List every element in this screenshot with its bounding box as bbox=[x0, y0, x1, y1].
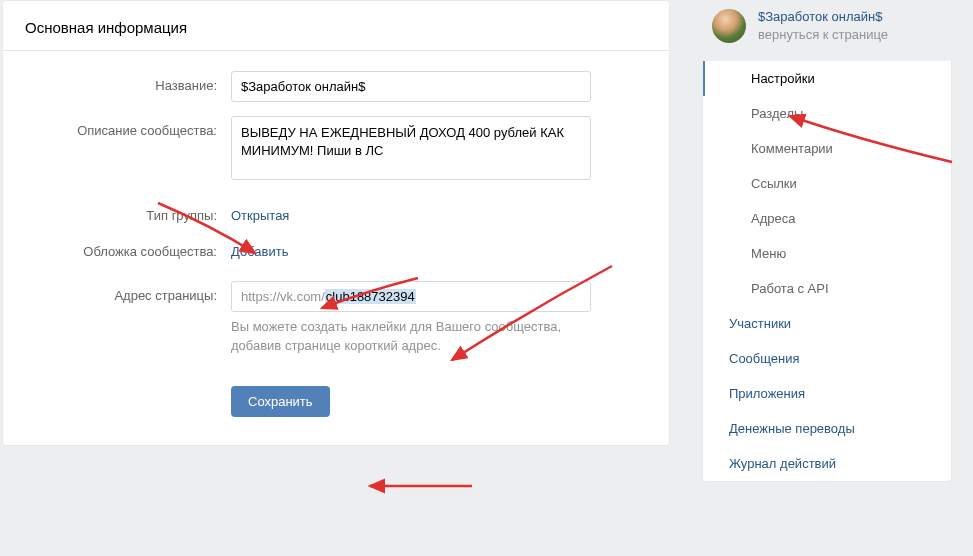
nav-item-8[interactable]: Сообщения bbox=[703, 341, 951, 376]
nav-item-11[interactable]: Журнал действий bbox=[703, 446, 951, 481]
address-value: club188732394 bbox=[325, 289, 416, 304]
nav-item-9[interactable]: Приложения bbox=[703, 376, 951, 411]
profile-block[interactable]: $Заработок онлайн$ вернуться к странице bbox=[702, 0, 952, 61]
settings-nav: НастройкиРазделыКомментарииСсылкиАдресаМ… bbox=[702, 61, 952, 482]
form-area: Название: Описание сообщества: ВЫВЕДУ НА… bbox=[3, 51, 669, 445]
avatar bbox=[712, 9, 746, 43]
annotation-arrow bbox=[360, 474, 480, 498]
address-hint: Вы можете создать наклейки для Вашего со… bbox=[231, 318, 601, 356]
address-prefix: https://vk.com/ bbox=[241, 289, 325, 304]
nav-item-2[interactable]: Комментарии bbox=[703, 131, 951, 166]
name-input[interactable] bbox=[231, 71, 591, 102]
nav-item-1[interactable]: Разделы bbox=[703, 96, 951, 131]
profile-name: $Заработок онлайн$ bbox=[758, 8, 888, 26]
nav-item-10[interactable]: Денежные переводы bbox=[703, 411, 951, 446]
description-textarea[interactable]: ВЫВЕДУ НА ЕЖЕДНЕВНЫЙ ДОХОД 400 рублей КА… bbox=[231, 116, 591, 180]
cover-label: Обложка сообщества: bbox=[25, 237, 231, 259]
save-button[interactable]: Сохранить bbox=[231, 386, 330, 417]
name-label: Название: bbox=[25, 71, 231, 93]
nav-item-7[interactable]: Участники bbox=[703, 306, 951, 341]
profile-back-link[interactable]: вернуться к странице bbox=[758, 26, 888, 44]
group-type-label: Тип группы: bbox=[25, 201, 231, 223]
cover-add-link[interactable]: Добавить bbox=[231, 237, 288, 259]
right-column: $Заработок онлайн$ вернуться к странице … bbox=[702, 0, 952, 482]
nav-item-5[interactable]: Меню bbox=[703, 236, 951, 271]
nav-item-4[interactable]: Адреса bbox=[703, 201, 951, 236]
nav-item-3[interactable]: Ссылки bbox=[703, 166, 951, 201]
address-label: Адрес страницы: bbox=[25, 281, 231, 303]
group-type-link[interactable]: Открытая bbox=[231, 201, 289, 223]
main-info-panel: Основная информация Название: Описание с… bbox=[2, 0, 670, 446]
panel-title: Основная информация bbox=[3, 1, 669, 51]
description-label: Описание сообщества: bbox=[25, 116, 231, 138]
nav-item-0[interactable]: Настройки bbox=[703, 61, 951, 96]
nav-item-6[interactable]: Работа с API bbox=[703, 271, 951, 306]
address-input[interactable]: https://vk.com/club188732394 bbox=[231, 281, 591, 312]
